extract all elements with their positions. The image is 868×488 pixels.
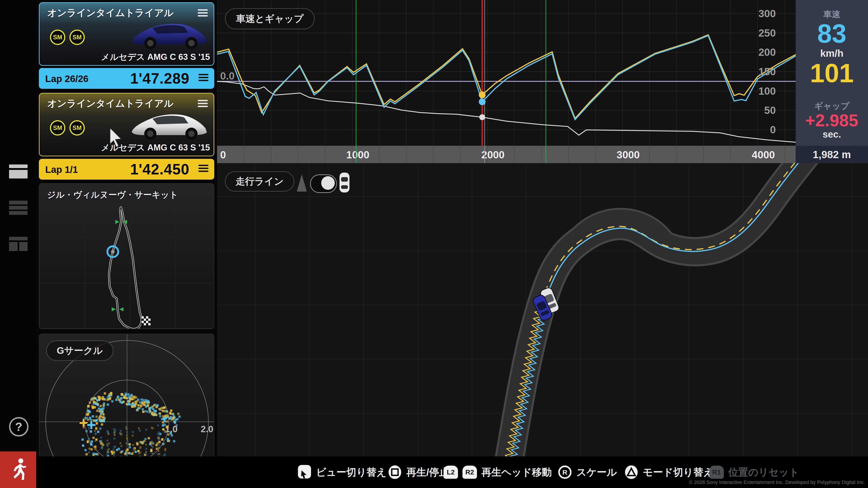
lap-row-yellow[interactable]: Lap 1/1 1'42.450: [39, 159, 214, 180]
y-tick-label: 300: [758, 8, 776, 20]
g-point: [95, 416, 98, 418]
g-trail-point: [139, 447, 141, 449]
g-point: [173, 440, 175, 442]
exit-button[interactable]: [0, 451, 36, 488]
g-point: [127, 393, 129, 395]
g-point: [174, 421, 176, 423]
g-trail-point: [94, 430, 96, 432]
g-point: [87, 405, 90, 408]
g-trail-point: [151, 445, 152, 447]
g-point: [110, 392, 112, 395]
square-button-icon: [388, 465, 402, 479]
g-trail-point: [158, 450, 159, 452]
g-trail-point: [94, 433, 96, 435]
y-tick-label: 100: [758, 85, 776, 97]
view-single-icon[interactable]: [9, 164, 28, 178]
g-point: [82, 445, 84, 447]
g-trail-point: [132, 451, 134, 453]
lap-row-blue[interactable]: Lap 26/26 1'47.289: [39, 68, 214, 89]
g-trail-point: [145, 451, 147, 453]
lap-time: 1'42.450: [130, 161, 189, 178]
g-point: [170, 432, 172, 434]
g-trail-point: [126, 453, 128, 454]
g-point: [86, 417, 88, 419]
help-button[interactable]: ?: [9, 417, 29, 436]
g-point: [137, 404, 140, 406]
sm-badge: SM: [50, 30, 65, 45]
g-trail-point: [107, 451, 109, 452]
g-point: [95, 403, 97, 405]
g-trail-point: [95, 440, 96, 442]
g-point: [86, 430, 88, 432]
g-trail-point: [95, 448, 97, 450]
g-point: [101, 411, 103, 413]
g-trail-point: [88, 427, 90, 429]
entry-card-yellow[interactable]: オンラインタイムトライアル SM SM メルセデス AMG C 63 S '15: [39, 93, 214, 156]
g-trail-point: [151, 427, 153, 429]
g-point: [156, 404, 159, 407]
g-point: [159, 415, 161, 417]
y-tick-label: 150: [758, 66, 776, 77]
g-trail-point: [138, 453, 140, 454]
g-point: [166, 420, 168, 423]
lap-menu-icon[interactable]: [198, 165, 209, 172]
sector-marker-icon: [112, 307, 116, 311]
g-trail-point: [145, 448, 147, 450]
g-trail-point: [106, 444, 108, 445]
view-rows-icon[interactable]: [9, 201, 28, 215]
g-point: [162, 428, 164, 431]
car-toggle-icon[interactable]: [338, 172, 351, 193]
g-point: [176, 418, 179, 420]
g-trail-point: [126, 431, 128, 433]
g-trail-point: [113, 453, 115, 455]
g-trail-point: [126, 438, 128, 440]
car-position-dot: [111, 250, 115, 254]
track-map: [39, 184, 215, 328]
g-point: [129, 452, 131, 455]
g-point: [111, 400, 114, 402]
g-trail-point: [158, 447, 160, 449]
car-image-blue: [128, 14, 211, 55]
live-values-panel: 車速 83 km/h 101 ギャップ +2.985 sec.: [796, 0, 868, 146]
g-trail-point: [158, 439, 160, 441]
g-point: [101, 423, 103, 426]
g-trail-point: [145, 453, 147, 455]
g-point: [163, 417, 165, 420]
legend-label: 再生ヘッド移動: [482, 466, 552, 479]
g-circle-label: Gサークル: [46, 340, 114, 361]
g-point: [177, 413, 180, 415]
racing-line-toggle[interactable]: [310, 174, 337, 193]
y-tick-label: 50: [764, 104, 776, 116]
g-point: [167, 433, 169, 435]
lap-menu-icon[interactable]: [198, 74, 209, 81]
sector-marker-icon: [115, 220, 119, 224]
g-trail-point: [157, 424, 159, 426]
g-trail-point: [108, 443, 110, 445]
sector-marker-icon: [119, 307, 123, 311]
view-split-icon[interactable]: [9, 237, 28, 251]
g-trail-point: [100, 437, 102, 438]
playhead-dot-gap: [479, 114, 485, 120]
g-point: [99, 419, 101, 422]
entry-card-blue[interactable]: オンラインタイムトライアル SM SM メルセデス AMG C 63 S '15: [39, 2, 214, 66]
playhead-dot-cyan: [479, 98, 486, 105]
g-point: [103, 404, 105, 406]
g-point: [97, 396, 100, 398]
g-trail-point: [108, 448, 110, 450]
g-trail-point: [157, 437, 159, 439]
g-trail-point: [158, 431, 160, 433]
g-point: [115, 399, 118, 401]
gt-telemetry-screen: { "colors":{"cyan":"#5fc6ef","yellow":"#…: [0, 0, 868, 488]
g-point: [113, 451, 115, 453]
g-point: [149, 408, 151, 411]
gap-zero-label: 0.0: [220, 70, 235, 82]
g-point: [139, 401, 141, 403]
x-axis-strip[interactable]: [217, 146, 796, 163]
y-tick-label: 250: [758, 27, 776, 39]
gap-unit: sec.: [796, 129, 868, 140]
g-point: [162, 410, 164, 412]
g-point: [164, 410, 167, 412]
course-map[interactable]: [217, 163, 868, 456]
g-point: [92, 437, 95, 439]
g-point: [95, 427, 97, 429]
